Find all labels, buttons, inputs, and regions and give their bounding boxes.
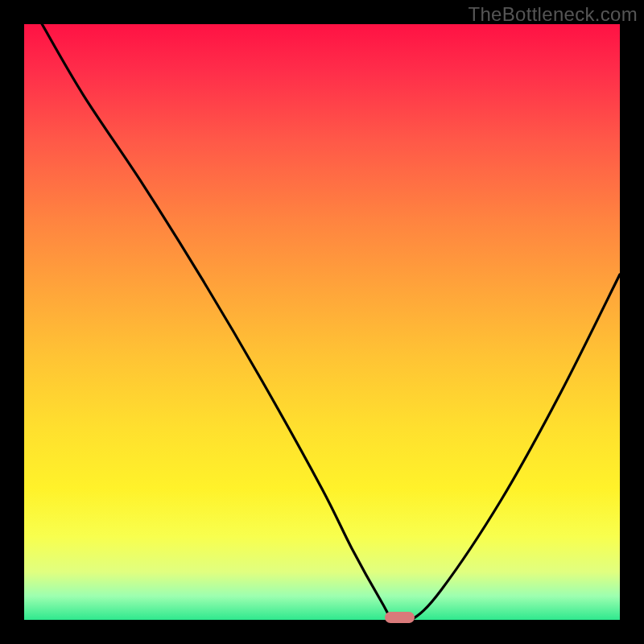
chart-frame: TheBottleneck.com (0, 0, 644, 644)
watermark-text: TheBottleneck.com (468, 3, 638, 26)
curve-svg (24, 24, 620, 620)
plot-area (24, 24, 620, 620)
optimal-marker (385, 612, 415, 623)
bottleneck-curve-path (42, 24, 620, 620)
